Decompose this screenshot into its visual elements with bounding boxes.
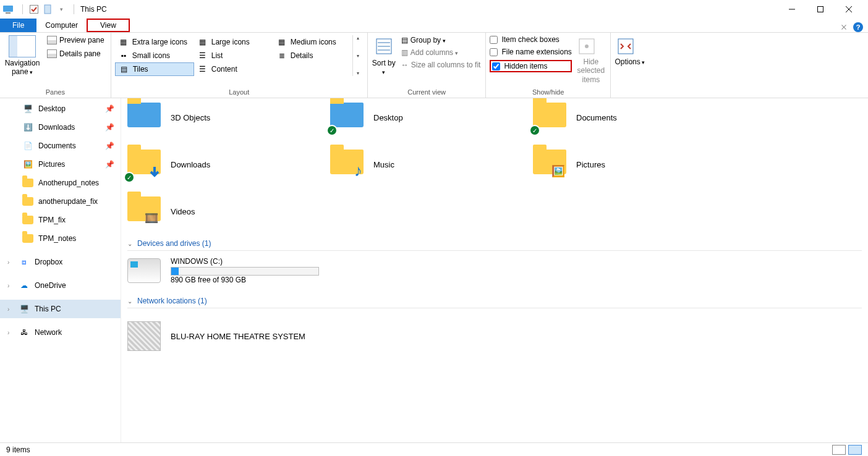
folder-videos[interactable]: 🎞️ Videos (127, 190, 313, 233)
documents-icon: 📄 (22, 140, 33, 151)
chevron-down-icon: ▾ (357, 53, 359, 59)
network-device-bluray[interactable]: BLU-RAY HOME THEATRE SYSTEM (127, 315, 313, 358)
tab-computer[interactable]: Computer (36, 19, 87, 32)
svg-rect-1 (6, 12, 11, 14)
drive-windows-c[interactable]: WINDOWS (C:) 890 GB free of 930 GB (127, 257, 862, 284)
layout-large-icons[interactable]: ▦Large icons (194, 35, 273, 49)
chevron-right-icon[interactable]: › (7, 259, 9, 266)
folder-downloads[interactable]: ✓ Downloads (127, 143, 313, 186)
details-pane-label: Details pane (59, 49, 101, 58)
nav-tpm-notes[interactable]: TPM_notes (0, 229, 121, 248)
nav-dropbox[interactable]: ›⧈Dropbox (0, 253, 121, 271)
folder-icon (22, 233, 33, 244)
svg-rect-5 (818, 7, 823, 12)
status-bar: 9 items (0, 442, 868, 456)
item-check-boxes-toggle[interactable]: Item check boxes (490, 35, 571, 44)
m-icons-icon: ▦ (277, 37, 287, 47)
nav-this-pc[interactable]: ›🖥️This PC (0, 300, 121, 318)
layout-medium-icons[interactable]: ▦Medium icons (273, 35, 352, 49)
folder-3d-objects[interactable]: 3D Objects (127, 98, 313, 139)
chevron-down-icon[interactable]: ⌄ (127, 240, 132, 247)
nav-desktop[interactable]: 🖥️Desktop📌 (0, 99, 121, 118)
hidden-items-toggle[interactable]: Hidden items (490, 60, 571, 72)
folder-pictures[interactable]: 🖼️ Pictures (533, 143, 718, 186)
hide-selected-button[interactable]: Hide selected items (576, 35, 606, 84)
minimize-ribbon-icon[interactable] (840, 23, 848, 32)
nav-network[interactable]: ›🖧Network (0, 323, 121, 342)
folder-icon: ✓ (330, 103, 364, 132)
size-columns-button[interactable]: ↔Size all columns to fit (400, 60, 482, 70)
layout-details[interactable]: ≣Details (273, 49, 352, 62)
preview-pane-button[interactable]: Preview pane (45, 35, 107, 45)
chevron-down-icon[interactable]: ⌄ (127, 298, 132, 305)
nav-downloads[interactable]: ⬇️Downloads📌 (0, 118, 121, 137)
svg-rect-0 (3, 6, 13, 12)
chevron-right-icon[interactable]: › (7, 306, 9, 313)
folder-icon: 🎞️ (127, 196, 161, 226)
details-pane-button[interactable]: Details pane (45, 49, 107, 59)
tab-file[interactable]: File (0, 19, 36, 32)
document-icon[interactable] (41, 3, 54, 15)
content-pane[interactable]: 3D Objects ✓ Desktop ✓ Documents ✓ Downl… (121, 98, 868, 442)
nav-tpm-fix[interactable]: TPM_fix (0, 211, 121, 229)
layout-list[interactable]: ☰List (194, 49, 273, 62)
sync-badge-icon: ✓ (124, 172, 135, 183)
nav-anotherupdate-fix[interactable]: anotherupdate_fix (0, 192, 121, 211)
group-label-layout: Layout (115, 87, 364, 98)
group-by-icon: ▤ (401, 36, 408, 44)
close-button[interactable] (835, 0, 863, 19)
ribbon-group-panes: Navigation pane Preview pane Details pan… (0, 33, 111, 98)
chevron-right-icon[interactable]: › (7, 329, 9, 336)
check-icon[interactable] (28, 3, 40, 15)
window-title: This PC (80, 5, 107, 14)
navigation-pane-button[interactable]: Navigation pane (4, 35, 41, 76)
layout-extra-large-icons[interactable]: ▦Extra large icons (115, 35, 194, 49)
dropbox-icon: ⧈ (19, 256, 30, 268)
group-label-current-view: Current view (372, 87, 482, 98)
tab-view[interactable]: View (87, 19, 130, 32)
add-columns-button[interactable]: ▥Add columns (400, 48, 482, 57)
ribbon-group-current-view: Sort by ▤Group by ▥Add columns ↔Size all… (368, 33, 487, 98)
svg-rect-14 (618, 39, 633, 54)
options-button[interactable]: Options (615, 35, 645, 66)
nav-onedrive[interactable]: ›☁OneDrive (0, 276, 121, 295)
view-tiles-toggle[interactable] (848, 445, 862, 455)
drive-icon (127, 258, 161, 283)
file-name-extensions-toggle[interactable]: File name extensions (490, 48, 571, 56)
svg-rect-2 (30, 6, 38, 14)
folder-desktop[interactable]: ✓ Desktop (330, 98, 516, 139)
svg-point-13 (585, 44, 589, 48)
qat-dropdown-icon[interactable]: ▾ (55, 3, 67, 15)
layout-scroll[interactable]: ▴▾▾ (352, 35, 364, 76)
folder-icon (22, 196, 33, 207)
title-bar: ▾ This PC (0, 0, 868, 19)
navigation-tree[interactable]: 🖥️Desktop📌 ⬇️Downloads📌 📄Documents📌 🖼️Pi… (0, 98, 121, 442)
nav-anotherupd-notes[interactable]: Anotherupd_notes (0, 174, 121, 192)
hide-selected-icon (576, 35, 598, 57)
add-columns-icon: ▥ (401, 48, 408, 57)
maximize-button[interactable] (806, 0, 835, 19)
nav-documents[interactable]: 📄Documents📌 (0, 137, 121, 155)
folder-music[interactable]: ♪ Music (330, 143, 516, 186)
section-devices-and-drives[interactable]: ⌄ Devices and drives (1) (127, 237, 862, 251)
ribbon-group-layout: ▦Extra large icons ▦Large icons ▦Medium … (111, 33, 368, 98)
layout-small-icons[interactable]: ▪▪Small icons (115, 49, 194, 62)
picture-overlay-icon: 🖼️ (551, 164, 565, 178)
layout-tiles[interactable]: ▤Tiles (115, 62, 194, 76)
folder-documents[interactable]: ✓ Documents (533, 98, 718, 139)
minimize-button[interactable] (778, 0, 806, 19)
layout-content[interactable]: ☰Content (194, 62, 273, 76)
chevron-right-icon[interactable]: › (7, 282, 9, 289)
pc-icon (2, 3, 15, 15)
view-details-toggle[interactable] (832, 445, 846, 455)
sort-by-button[interactable]: Sort by (372, 35, 396, 76)
section-network-locations[interactable]: ⌄ Network locations (1) (127, 294, 862, 308)
xl-icons-icon: ▦ (119, 37, 129, 47)
status-item-count: 9 items (6, 445, 30, 454)
pc-icon: 🖥️ (19, 303, 30, 315)
nav-pictures[interactable]: 🖼️Pictures📌 (0, 155, 121, 174)
ribbon-group-show-hide: Item check boxes File name extensions Hi… (486, 33, 610, 98)
group-by-button[interactable]: ▤Group by (400, 35, 482, 45)
help-icon[interactable]: ? (853, 22, 863, 32)
details-pane-icon (47, 49, 57, 58)
